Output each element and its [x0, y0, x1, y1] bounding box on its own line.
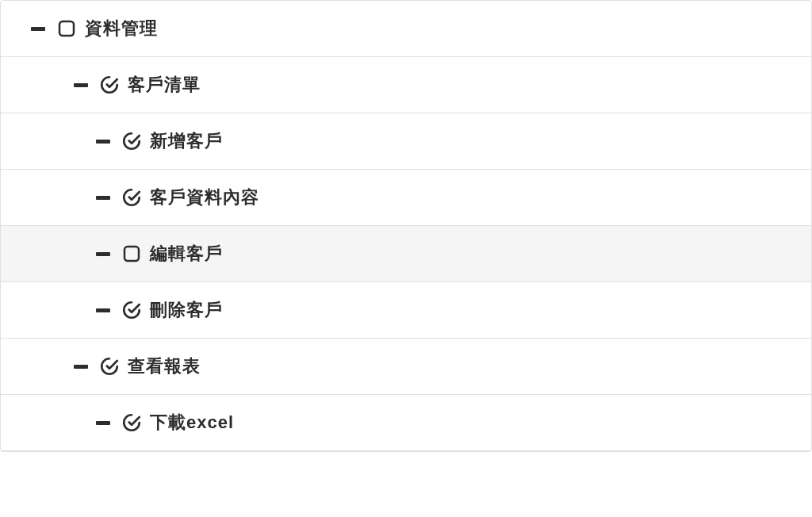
- checkbox-checked-icon[interactable]: [99, 75, 120, 95]
- tree-item-label: 客戶資料內容: [150, 186, 259, 209]
- tree-item-label: 查看報表: [128, 354, 201, 378]
- tree-item-download-excel[interactable]: 下載excel: [1, 395, 811, 451]
- permission-tree: 資料管理客戶清單新增客戶客戶資料內容編輯客戶刪除客戶查看報表下載excel: [0, 0, 812, 452]
- checkbox-checked-icon[interactable]: [99, 356, 120, 377]
- collapse-icon[interactable]: [96, 140, 110, 144]
- checkbox-checked-icon[interactable]: [121, 412, 142, 433]
- collapse-icon[interactable]: [96, 196, 110, 200]
- collapse-icon[interactable]: [31, 27, 45, 31]
- svg-rect-0: [59, 21, 74, 36]
- tree-item-label: 刪除客戶: [150, 298, 223, 322]
- collapse-icon[interactable]: [96, 252, 110, 256]
- checkbox-unchecked-icon[interactable]: [56, 18, 77, 39]
- tree-item-customer-details[interactable]: 客戶資料內容: [1, 170, 811, 226]
- tree-item-data-management[interactable]: 資料管理: [1, 1, 811, 57]
- collapse-icon[interactable]: [74, 83, 88, 87]
- tree-item-label: 客戶清單: [128, 73, 201, 97]
- checkbox-checked-icon[interactable]: [121, 131, 142, 151]
- tree-item-edit-customer[interactable]: 編輯客戶: [1, 226, 811, 282]
- tree-item-delete-customer[interactable]: 刪除客戶: [1, 282, 811, 339]
- collapse-icon[interactable]: [96, 421, 110, 425]
- checkbox-unchecked-icon[interactable]: [121, 243, 142, 264]
- tree-item-label: 編輯客戶: [150, 242, 223, 266]
- tree-item-view-reports[interactable]: 查看報表: [1, 339, 811, 395]
- tree-item-customer-list[interactable]: 客戶清單: [1, 57, 811, 113]
- tree-item-label: 新增客戶: [150, 129, 223, 153]
- collapse-icon[interactable]: [96, 308, 110, 312]
- tree-item-add-customer[interactable]: 新增客戶: [1, 113, 811, 170]
- svg-rect-1: [124, 247, 139, 261]
- collapse-icon[interactable]: [74, 365, 88, 369]
- checkbox-checked-icon[interactable]: [121, 187, 142, 208]
- checkbox-checked-icon[interactable]: [121, 300, 142, 320]
- tree-item-label: 資料管理: [85, 17, 158, 40]
- tree-item-label: 下載excel: [150, 411, 234, 435]
